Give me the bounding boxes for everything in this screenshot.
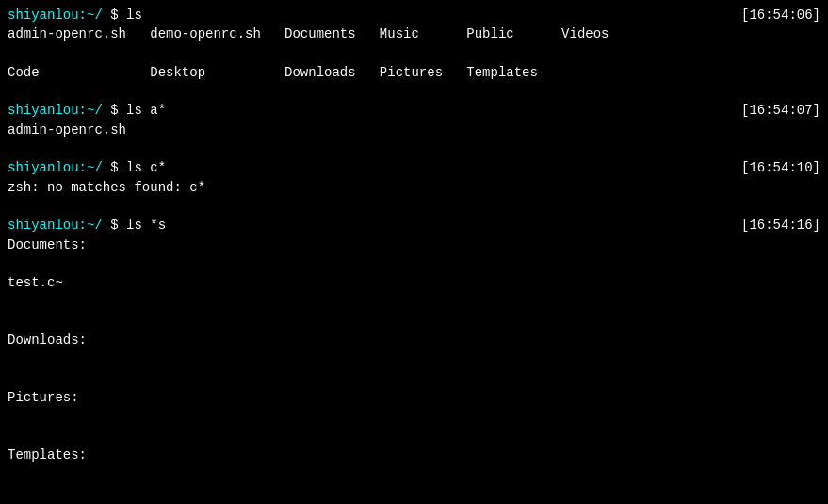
output-line: Downloads:: [8, 331, 820, 350]
empty-line: [8, 312, 820, 331]
output-line: zsh: no matches found: c*: [8, 178, 820, 197]
empty-line: [8, 427, 820, 446]
user-host: shiyanlou:~/: [8, 103, 103, 118]
prompt-line: shiyanlou:~/ $ ls[16:54:06]: [8, 6, 820, 24]
timestamp: [16:54:07]: [741, 101, 820, 120]
prompt-text: shiyanlou:~/ $ ls c*: [8, 158, 166, 177]
prompt-line: shiyanlou:~/ $ ls c*[16:54:10]: [8, 158, 820, 177]
empty-line: [8, 483, 820, 502]
command: $ ls c*: [103, 160, 166, 175]
output-line: Pictures:: [8, 388, 820, 407]
empty-line: [8, 369, 820, 388]
command: $ ls a*: [103, 103, 166, 118]
output-line: Code Desktop Downloads Pictures Template…: [8, 63, 820, 82]
timestamp: [16:54:16]: [741, 216, 820, 235]
timestamp: [16:54:10]: [741, 158, 820, 177]
output-line: Templates:: [8, 446, 820, 464]
prompt-line: shiyanlou:~/ $ ls a*[16:54:07]: [8, 101, 820, 120]
user-host: shiyanlou:~/: [8, 8, 103, 23]
output-line: test.c~: [8, 273, 820, 292]
timestamp: [16:54:06]: [741, 6, 820, 24]
prompt-text: shiyanlou:~/ $ ls *s: [8, 216, 166, 235]
command: $ ls: [103, 8, 142, 23]
prompt-text: shiyanlou:~/ $ ls a*: [8, 101, 166, 120]
prompt-line: shiyanlou:~/ $ ls *s[16:54:16]: [8, 216, 820, 235]
output-line: Documents:: [8, 236, 820, 254]
output-line: admin-openrc.sh demo-openrc.sh Documents…: [8, 24, 820, 43]
terminal-window[interactable]: shiyanlou:~/ $ ls[16:54:06]admin-openrc.…: [8, 6, 820, 498]
command: $ ls *s: [103, 218, 166, 233]
prompt-text: shiyanlou:~/ $ ls: [8, 6, 142, 24]
user-host: shiyanlou:~/: [8, 160, 103, 175]
terminal-output: shiyanlou:~/ $ ls[16:54:06]admin-openrc.…: [8, 6, 820, 504]
user-host: shiyanlou:~/: [8, 218, 103, 233]
output-line: admin-openrc.sh: [8, 121, 820, 139]
